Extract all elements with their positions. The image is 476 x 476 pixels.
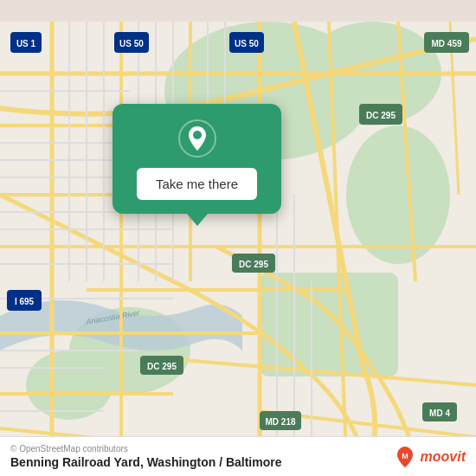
take-me-there-button[interactable]: Take me there (137, 168, 257, 200)
bottom-bar: © OpenStreetMap contributors Benning Rai… (0, 436, 476, 476)
location-popup: Take me there (113, 104, 281, 214)
moovit-text: moovit (421, 449, 466, 465)
location-info: © OpenStreetMap contributors Benning Rai… (10, 444, 281, 469)
svg-text:MD 218: MD 218 (265, 417, 295, 427)
svg-text:MD 4: MD 4 (429, 408, 450, 418)
map-pin-icon (178, 119, 216, 158)
svg-text:US 50: US 50 (235, 39, 259, 48)
map-background: US 1 US 50 US 50 MD 459 DC 295 DC 295 I … (0, 0, 476, 476)
svg-point-68 (193, 131, 202, 139)
svg-text:US 1: US 1 (16, 39, 36, 48)
svg-text:US 50: US 50 (119, 39, 144, 48)
map-container: US 1 US 50 US 50 MD 459 DC 295 DC 295 I … (0, 0, 476, 476)
svg-text:DC 295: DC 295 (147, 362, 177, 371)
moovit-logo: M moovit (393, 445, 466, 469)
svg-text:I 695: I 695 (15, 297, 35, 306)
svg-text:DC 295: DC 295 (239, 260, 268, 269)
svg-text:MD 459: MD 459 (431, 39, 461, 48)
svg-point-3 (346, 125, 450, 264)
location-name: Benning Railroad Yard, Washington / Balt… (10, 455, 281, 469)
moovit-icon: M (393, 445, 417, 469)
copyright-text: © OpenStreetMap contributors (10, 444, 281, 453)
svg-point-6 (26, 351, 113, 420)
svg-text:DC 295: DC 295 (366, 111, 396, 120)
svg-text:M: M (402, 452, 408, 460)
